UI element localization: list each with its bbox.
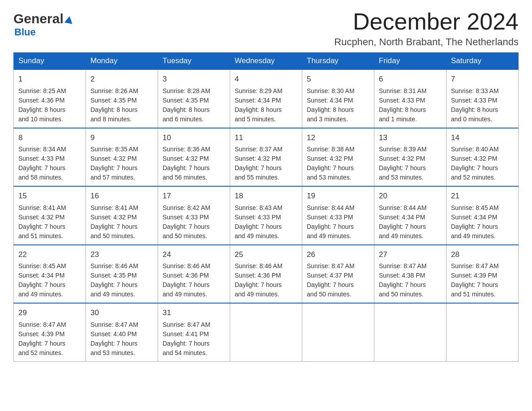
day-number: 27 xyxy=(379,249,442,261)
daylight-text: Daylight: 7 hours xyxy=(307,281,354,288)
daylight-text: Daylight: 8 hours xyxy=(451,106,498,113)
daylight-text2: and 53 minutes. xyxy=(307,174,352,181)
daylight-text: Daylight: 7 hours xyxy=(163,223,210,230)
daylight-text: Daylight: 8 hours xyxy=(90,106,137,113)
table-row: 25 Sunrise: 8:46 AM Sunset: 4:36 PM Dayl… xyxy=(230,245,302,304)
daylight-text2: and 51 minutes. xyxy=(18,232,63,240)
table-row: 4 Sunrise: 8:29 AM Sunset: 4:34 PM Dayli… xyxy=(230,69,302,128)
day-number: 3 xyxy=(163,73,225,85)
day-number: 4 xyxy=(235,73,297,85)
daylight-text2: and 51 minutes. xyxy=(451,291,496,298)
sunrise-text: Sunrise: 8:26 AM xyxy=(90,87,138,94)
day-number: 29 xyxy=(18,307,81,319)
calendar-header-row: Sunday Monday Tuesday Wednesday Thursday… xyxy=(14,53,519,70)
daylight-text: Daylight: 7 hours xyxy=(451,281,498,288)
table-row: 6 Sunrise: 8:31 AM Sunset: 4:33 PM Dayli… xyxy=(374,69,446,128)
daylight-text: Daylight: 8 hours xyxy=(307,106,354,113)
daylight-text: Daylight: 8 hours xyxy=(235,106,282,113)
location-title: Rucphen, North Brabant, The Netherlands xyxy=(334,36,519,48)
col-monday: Monday xyxy=(86,53,158,70)
table-row: 19 Sunrise: 8:44 AM Sunset: 4:33 PM Dayl… xyxy=(302,186,374,245)
table-row: 29 Sunrise: 8:47 AM Sunset: 4:39 PM Dayl… xyxy=(14,303,86,361)
daylight-text2: and 0 minutes. xyxy=(451,116,492,123)
day-number: 16 xyxy=(90,190,153,202)
daylight-text: Daylight: 7 hours xyxy=(379,164,426,171)
sunset-text: Sunset: 4:32 PM xyxy=(307,155,353,162)
daylight-text: Daylight: 7 hours xyxy=(18,164,65,171)
day-number: 14 xyxy=(451,132,514,144)
sunset-text: Sunset: 4:33 PM xyxy=(18,155,65,162)
day-number: 20 xyxy=(379,190,442,202)
sunrise-text: Sunrise: 8:47 AM xyxy=(451,262,499,270)
day-number: 18 xyxy=(235,190,297,202)
sunset-text: Sunset: 4:33 PM xyxy=(235,214,281,221)
table-row: 23 Sunrise: 8:46 AM Sunset: 4:35 PM Dayl… xyxy=(86,245,158,304)
sunset-text: Sunset: 4:41 PM xyxy=(163,330,209,338)
sunrise-text: Sunrise: 8:34 AM xyxy=(18,146,66,153)
day-number: 6 xyxy=(379,73,442,85)
sunset-text: Sunset: 4:38 PM xyxy=(379,272,425,279)
sunset-text: Sunset: 4:32 PM xyxy=(451,155,498,162)
sunrise-text: Sunrise: 8:31 AM xyxy=(379,87,427,94)
sunrise-text: Sunrise: 8:43 AM xyxy=(235,204,283,211)
sunset-text: Sunset: 4:34 PM xyxy=(235,97,281,104)
daylight-text: Daylight: 7 hours xyxy=(235,281,282,288)
day-number: 11 xyxy=(235,132,297,144)
daylight-text2: and 50 minutes. xyxy=(90,232,135,240)
daylight-text: Daylight: 7 hours xyxy=(307,164,354,171)
daylight-text2: and 49 minutes. xyxy=(18,291,63,298)
logo-triangle-icon xyxy=(64,16,73,24)
sunrise-text: Sunrise: 8:37 AM xyxy=(235,146,283,153)
table-row: 3 Sunrise: 8:28 AM Sunset: 4:35 PM Dayli… xyxy=(158,69,230,128)
daylight-text2: and 8 minutes. xyxy=(90,116,132,123)
daylight-text: Daylight: 7 hours xyxy=(163,164,210,171)
daylight-text: Daylight: 7 hours xyxy=(451,164,498,171)
sunset-text: Sunset: 4:34 PM xyxy=(379,214,425,221)
sunset-text: Sunset: 4:32 PM xyxy=(90,155,137,162)
daylight-text2: and 6 minutes. xyxy=(163,116,204,123)
sunset-text: Sunset: 4:32 PM xyxy=(235,155,281,162)
sunset-text: Sunset: 4:35 PM xyxy=(90,272,137,279)
table-row: 9 Sunrise: 8:35 AM Sunset: 4:32 PM Dayli… xyxy=(86,128,158,187)
sunrise-text: Sunrise: 8:44 AM xyxy=(379,204,427,211)
table-row: 31 Sunrise: 8:47 AM Sunset: 4:41 PM Dayl… xyxy=(158,303,230,361)
day-number: 1 xyxy=(18,73,81,85)
daylight-text2: and 50 minutes. xyxy=(379,291,424,298)
table-row: 16 Sunrise: 8:41 AM Sunset: 4:32 PM Dayl… xyxy=(86,186,158,245)
daylight-text2: and 56 minutes. xyxy=(163,174,207,181)
daylight-text2: and 49 minutes. xyxy=(163,291,207,298)
table-row: 22 Sunrise: 8:45 AM Sunset: 4:34 PM Dayl… xyxy=(14,245,86,304)
logo: General Blue xyxy=(13,9,73,38)
sunset-text: Sunset: 4:40 PM xyxy=(90,330,137,338)
daylight-text2: and 53 minutes. xyxy=(379,174,424,181)
day-number: 8 xyxy=(18,132,81,144)
table-row: 20 Sunrise: 8:44 AM Sunset: 4:34 PM Dayl… xyxy=(374,186,446,245)
daylight-text2: and 49 minutes. xyxy=(451,232,496,240)
sunset-text: Sunset: 4:32 PM xyxy=(90,214,137,221)
daylight-text: Daylight: 7 hours xyxy=(163,281,210,288)
day-number: 26 xyxy=(307,249,369,261)
logo-blue-text: Blue xyxy=(14,26,36,38)
day-number: 12 xyxy=(307,132,369,144)
day-number: 19 xyxy=(307,190,369,202)
daylight-text2: and 10 minutes. xyxy=(18,116,63,123)
daylight-text: Daylight: 7 hours xyxy=(90,281,137,288)
day-number: 25 xyxy=(235,249,297,261)
day-number: 21 xyxy=(451,190,514,202)
sunset-text: Sunset: 4:32 PM xyxy=(379,155,425,162)
sunset-text: Sunset: 4:33 PM xyxy=(163,214,209,221)
daylight-text: Daylight: 7 hours xyxy=(451,223,498,230)
day-number: 24 xyxy=(163,249,225,261)
calendar-week-row: 29 Sunrise: 8:47 AM Sunset: 4:39 PM Dayl… xyxy=(14,303,519,361)
day-number: 31 xyxy=(163,307,225,319)
day-number: 9 xyxy=(90,132,153,144)
daylight-text2: and 49 minutes. xyxy=(235,232,279,240)
sunrise-text: Sunrise: 8:36 AM xyxy=(163,146,210,153)
day-number: 15 xyxy=(18,190,81,202)
table-row: 14 Sunrise: 8:40 AM Sunset: 4:32 PM Dayl… xyxy=(446,128,519,187)
sunrise-text: Sunrise: 8:33 AM xyxy=(451,87,499,94)
daylight-text2: and 54 minutes. xyxy=(163,349,207,356)
sunrise-text: Sunrise: 8:47 AM xyxy=(379,262,427,270)
sunset-text: Sunset: 4:36 PM xyxy=(163,272,209,279)
table-row: 24 Sunrise: 8:46 AM Sunset: 4:36 PM Dayl… xyxy=(158,245,230,304)
